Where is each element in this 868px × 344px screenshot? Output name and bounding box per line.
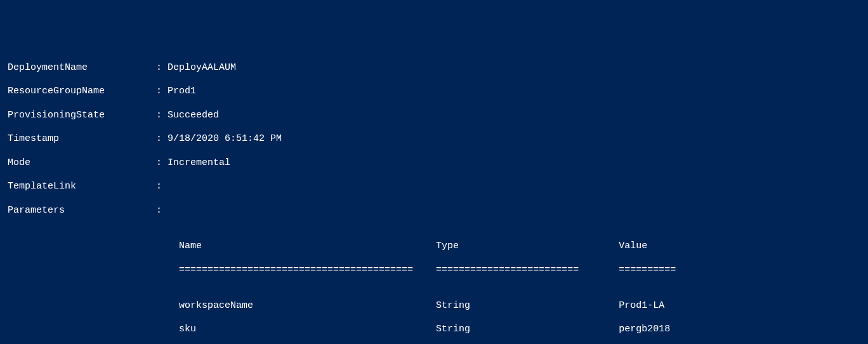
param-header: Name Type Value bbox=[8, 241, 860, 253]
param-divider: ========================================… bbox=[8, 265, 860, 277]
prop-provisioning-state: ProvisioningState : Succeeded bbox=[8, 110, 860, 122]
prop-mode: Mode : Incremental bbox=[8, 157, 860, 169]
param-sku: sku String pergb2018 bbox=[8, 324, 860, 336]
prop-timestamp: Timestamp : 9/18/2020 6:51:42 PM bbox=[8, 133, 860, 145]
prop-template-link: TemplateLink : bbox=[8, 181, 860, 193]
prop-parameters: Parameters : bbox=[8, 205, 860, 217]
prop-resource-group: ResourceGroupName : Prod1 bbox=[8, 86, 860, 98]
param-workspace-name: workspaceName String Prod1-LA bbox=[8, 300, 860, 312]
prop-deployment-name: DeploymentName : DeployAALAUM bbox=[8, 62, 860, 74]
